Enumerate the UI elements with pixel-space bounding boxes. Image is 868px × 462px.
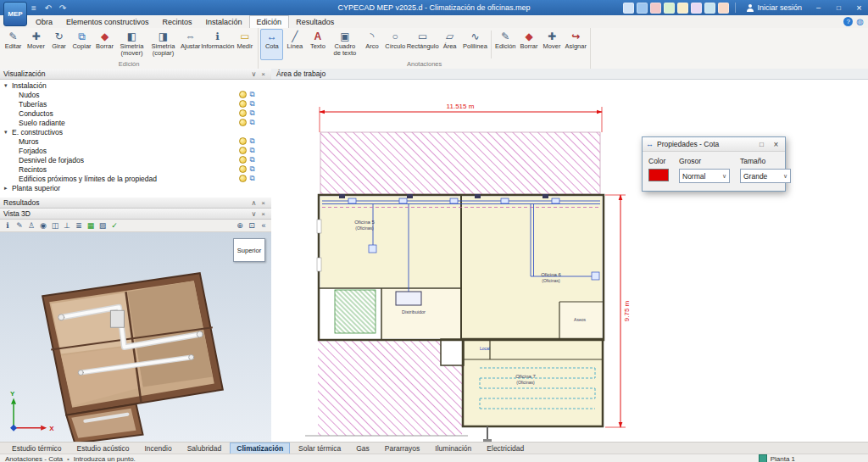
titlebar-tool-icon[interactable]: [650, 3, 661, 14]
redo-icon[interactable]: ↷: [58, 3, 68, 13]
v3-texture-icon[interactable]: ▨: [97, 220, 108, 231]
tab-solar-termica[interactable]: Solar térmica: [292, 443, 348, 454]
ribbon-button-circulo[interactable]: ○Círculo: [383, 29, 407, 60]
titlebar-tool-icon[interactable]: [677, 3, 688, 14]
expand-icon[interactable]: [4, 129, 12, 136]
globe-icon[interactable]: ◍: [856, 17, 864, 26]
visibility-bulb-icon[interactable]: [239, 137, 247, 145]
ribbon-button-copiar[interactable]: ⧉Copiar: [70, 29, 93, 60]
tab-estudio-acustico[interactable]: Estudio acústico: [70, 443, 136, 454]
expand-icon[interactable]: [4, 82, 12, 89]
drawing-canvas[interactable]: 11.515 m 9.75 m Oficina 5 (Oficinas) Ofi…: [271, 80, 868, 442]
visibility-bulb-icon[interactable]: [239, 156, 247, 164]
tree-item-e-constructivos[interactable]: E. constructivos: [0, 127, 271, 136]
titlebar-tool-icon[interactable]: [691, 3, 702, 14]
tree-item-forjados[interactable]: Forjados: [0, 146, 271, 155]
titlebar-tool-icon[interactable]: [704, 3, 715, 14]
ribbon-button-simetria-copiar[interactable]: ◨Simetría (copiar): [147, 29, 179, 60]
v3-section-icon[interactable]: ◫: [50, 220, 60, 231]
grosor-select[interactable]: Normal: [679, 169, 730, 183]
expand-icon[interactable]: [4, 185, 12, 192]
visibility-bulb-icon[interactable]: [239, 119, 247, 126]
visibility-bulb-icon[interactable]: [239, 91, 247, 98]
app-logo[interactable]: MEP: [3, 2, 27, 26]
ribbon-button-texto[interactable]: ATexto: [306, 29, 329, 60]
chevron-down-icon[interactable]: [249, 210, 259, 218]
ribbon-button-medir[interactable]: ▭Medir: [233, 29, 256, 60]
menu-tab-recintos[interactable]: Recintos: [156, 15, 199, 28]
v3-edit-icon[interactable]: ✎: [14, 220, 25, 231]
vista3d-viewport[interactable]: X Y Superior: [0, 232, 271, 442]
ribbon-button-anotaciones-borrar[interactable]: ◆Borrar: [518, 29, 541, 60]
ribbon-button-mover[interactable]: ✚Mover: [25, 29, 47, 60]
tree-item-nudos[interactable]: Nudos: [0, 90, 271, 99]
tree-item-suelo-radiante[interactable]: Suelo radiante: [0, 118, 271, 127]
layers-icon[interactable]: [247, 174, 258, 183]
ribbon-button-editar[interactable]: ✎Editar: [2, 29, 25, 60]
current-floor-label[interactable]: Planta 1: [771, 455, 795, 462]
menu-icon[interactable]: ≡: [29, 3, 39, 13]
ribbon-button-cuadro-de-texto[interactable]: ▣Cuadro de texto: [329, 29, 360, 60]
login-button[interactable]: Iniciar sesión: [742, 3, 807, 12]
tree-item-planta-superior[interactable]: Planta superior: [0, 183, 271, 192]
close-icon[interactable]: [259, 210, 268, 218]
visibility-bulb-icon[interactable]: [239, 100, 247, 108]
tree-item-instalacion[interactable]: Instalación: [0, 81, 271, 90]
ribbon-button-cota[interactable]: ↔Cota: [260, 29, 283, 60]
tab-salubridad[interactable]: Salubridad: [181, 443, 229, 454]
close-icon[interactable]: [259, 199, 268, 207]
v3-info-icon[interactable]: ℹ: [3, 220, 13, 231]
floor-plan[interactable]: 11.515 m 9.75 m Oficina 5 (Oficinas) Ofi…: [271, 80, 868, 442]
ribbon-button-ajustar[interactable]: ⇔Ajustar: [179, 29, 202, 60]
help-icon[interactable]: ?: [843, 17, 853, 26]
tab-estudio-termico[interactable]: Estudio térmico: [5, 443, 69, 454]
v3-person-icon[interactable]: ♙: [26, 220, 36, 231]
ribbon-button-linea[interactable]: ╱Línea: [283, 29, 306, 60]
visibility-bulb-icon[interactable]: [239, 165, 247, 173]
close-button[interactable]: [850, 0, 868, 15]
tab-iluminacion[interactable]: Iluminación: [428, 443, 478, 454]
close-icon[interactable]: [259, 70, 268, 78]
layers-icon[interactable]: [247, 136, 258, 146]
titlebar-tool-icon[interactable]: [664, 3, 675, 14]
layers-icon[interactable]: [247, 90, 258, 99]
ribbon-button-arco[interactable]: ◝Arco: [360, 29, 383, 60]
menu-tab-edicion[interactable]: Edición: [249, 15, 290, 28]
minimize-button[interactable]: [810, 0, 827, 15]
v3-axes-icon[interactable]: ⊥: [62, 220, 72, 231]
titlebar-tool-icon[interactable]: [718, 3, 729, 14]
v3-grid-icon[interactable]: ▦: [86, 220, 96, 231]
layers-icon[interactable]: [247, 99, 258, 109]
ribbon-button-girar[interactable]: ↻Girar: [47, 29, 70, 60]
collapse-panel-icon[interactable]: «: [259, 220, 269, 231]
chevron-down-icon[interactable]: [249, 70, 259, 78]
dialog-titlebar[interactable]: Propiedades - Cota: [643, 137, 785, 152]
color-swatch[interactable]: [648, 169, 669, 181]
tab-climatizacion[interactable]: Climatización: [230, 443, 290, 454]
menu-tab-obra[interactable]: Obra: [29, 15, 59, 28]
titlebar-tool-icon[interactable]: [637, 3, 648, 14]
layers-icon[interactable]: [247, 164, 258, 174]
tree-item-recintos[interactable]: Recintos: [0, 164, 271, 174]
layers-icon[interactable]: [247, 146, 258, 155]
v3-layers-icon[interactable]: ≣: [74, 220, 84, 231]
layers-icon[interactable]: [247, 155, 258, 164]
ribbon-button-anotaciones-mover[interactable]: ✚Mover: [541, 29, 564, 60]
tree-item-edificios-proximos[interactable]: Edificios próximos y límites de la propi…: [0, 174, 271, 183]
view-superior-button[interactable]: Superior: [233, 238, 265, 262]
tab-electricidad[interactable]: Electricidad: [480, 443, 531, 454]
tab-pararrayos[interactable]: Pararrayos: [378, 443, 427, 454]
ribbon-button-informacion[interactable]: ℹInformación: [202, 29, 233, 60]
vista3d-header[interactable]: Vista 3D: [0, 209, 271, 220]
ribbon-button-simetria-mover[interactable]: ◧Simetría (mover): [116, 29, 147, 60]
tree-item-desnivel-de-forjados[interactable]: Desnivel de forjados: [0, 155, 271, 164]
maximize-button[interactable]: [830, 0, 848, 15]
v3-zoom-fit-icon[interactable]: ⊡: [247, 220, 257, 231]
v3-check-icon[interactable]: ✓: [109, 220, 120, 231]
dialog-close-button[interactable]: [771, 140, 782, 149]
ribbon-button-asignar[interactable]: ↪Asignar: [564, 29, 588, 60]
visibility-bulb-icon[interactable]: [239, 109, 247, 117]
layers-icon[interactable]: [247, 109, 258, 118]
tab-gas[interactable]: Gas: [349, 443, 376, 454]
ribbon-button-polilinea[interactable]: ∿Polilínea: [461, 29, 489, 60]
